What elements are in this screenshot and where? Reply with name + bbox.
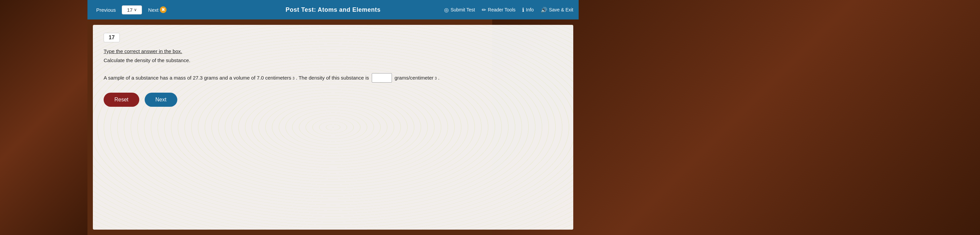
info-icon: ℹ bbox=[522, 7, 524, 13]
unit-exponent: 3 bbox=[435, 77, 437, 80]
previous-label: Previous bbox=[96, 7, 116, 13]
problem-line: A sample of a substance has a mass of 27… bbox=[103, 73, 563, 83]
nav-left: Previous 17 ∨ Next ✖ bbox=[93, 4, 170, 15]
instruction-text: Type the correct answer in the box. bbox=[103, 48, 563, 54]
content-inner: 17 Type the correct answer in the box. C… bbox=[103, 33, 563, 107]
submit-icon: ◎ bbox=[444, 7, 449, 13]
info-button[interactable]: ℹ Info bbox=[522, 7, 534, 13]
left-background bbox=[0, 0, 88, 235]
submit-test-label: Submit Test bbox=[450, 7, 475, 13]
next-icon: ✖ bbox=[160, 6, 167, 13]
exponent-3: 3 bbox=[293, 77, 295, 80]
buttons-row: Reset Next bbox=[103, 93, 563, 107]
info-label: Info bbox=[526, 7, 534, 13]
nav-right: ◎ Submit Test ✏ Reader Tools ℹ Info 🔊 Sa… bbox=[444, 7, 573, 13]
question-number-display: 17 bbox=[127, 7, 133, 13]
save-icon: 🔊 bbox=[541, 7, 547, 13]
reader-tools-button[interactable]: ✏ Reader Tools bbox=[482, 7, 515, 13]
save-exit-label: Save & Exit bbox=[549, 7, 573, 13]
save-exit-button[interactable]: 🔊 Save & Exit bbox=[541, 7, 573, 13]
next-nav-button[interactable]: Next ✖ bbox=[145, 4, 170, 15]
unit-label: grams/centimeter bbox=[395, 75, 434, 80]
problem-part1: A sample of a substance has a mass of 27… bbox=[103, 75, 291, 80]
question-badge: 17 bbox=[103, 33, 120, 42]
answer-input[interactable] bbox=[372, 73, 392, 83]
reader-tools-label: Reader Tools bbox=[488, 7, 515, 13]
reset-button[interactable]: Reset bbox=[103, 93, 139, 107]
test-title: Post Test: Atoms and Elements bbox=[286, 6, 381, 13]
previous-button[interactable]: Previous bbox=[93, 5, 119, 15]
problem-part2: . The density of this substance is bbox=[296, 75, 369, 80]
content-panel: 17 Type the correct answer in the box. C… bbox=[93, 25, 573, 230]
question-number-nav: 17 ∨ bbox=[122, 5, 142, 14]
top-nav: Previous 17 ∨ Next ✖ Post Test: Atoms an… bbox=[88, 0, 579, 19]
submit-test-button[interactable]: ◎ Submit Test bbox=[444, 7, 475, 13]
main-container: Previous 17 ∨ Next ✖ Post Test: Atoms an… bbox=[88, 0, 579, 235]
period: . bbox=[438, 75, 439, 80]
chevron-down-icon[interactable]: ∨ bbox=[134, 7, 137, 12]
question-description: Calculate the density of the substance. bbox=[103, 57, 563, 63]
next-nav-label: Next bbox=[148, 7, 159, 13]
reader-tools-icon: ✏ bbox=[482, 7, 486, 13]
next-button[interactable]: Next bbox=[145, 93, 177, 107]
